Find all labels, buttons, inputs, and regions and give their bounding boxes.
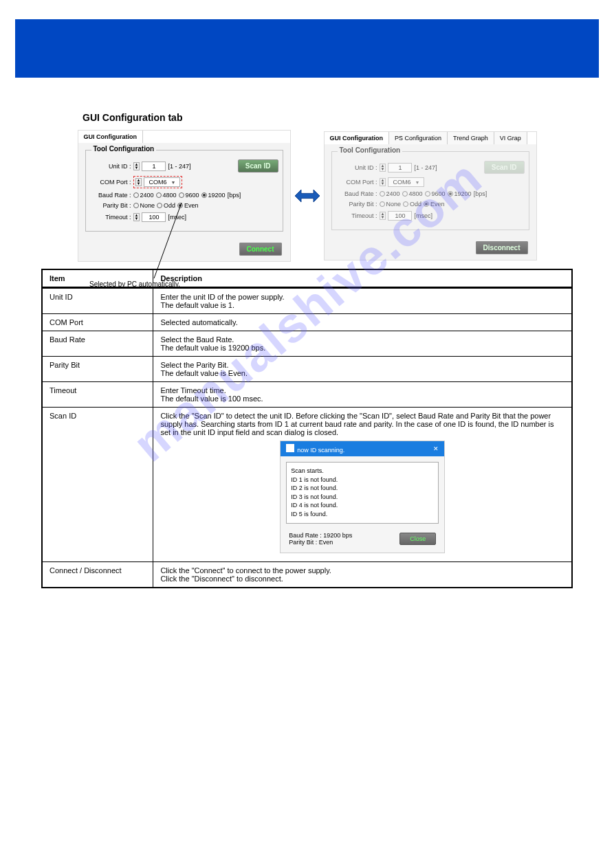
header-bar [15, 19, 599, 78]
baud-4800-radio[interactable]: 4800 [156, 192, 177, 199]
scan-dialog-title: now ID scanning. [297, 447, 344, 454]
table-row: Baud RateSelect the Baud Rate. The defau… [42, 331, 572, 357]
parity-label: Parity Bit : [90, 202, 131, 209]
baud-option-label: 9600 [432, 190, 446, 197]
parity-even-radio[interactable]: Even [177, 202, 199, 209]
tab-ps-configuration[interactable]: PS Configuration [389, 132, 448, 144]
table-cell-desc: Enter the unit ID of the power supply. T… [153, 288, 572, 314]
timeout-label: Timeout : [90, 214, 131, 221]
baud-option-label: 2400 [386, 190, 400, 197]
baud-option-label: 4800 [409, 190, 423, 197]
annotation-com-port: Selected by PC automatically. [89, 280, 180, 288]
table-row: TimeoutEnter Timeout time. The default v… [42, 382, 572, 408]
table-cell-desc: Selected automatically. [153, 314, 572, 331]
baud-option-label: 2400 [140, 192, 154, 199]
baud-unit: [bps] [474, 190, 487, 197]
section-heading: GUI Configuration tab [83, 112, 573, 123]
table-cell-item: Scan ID [42, 408, 153, 562]
unit-id-range: [1 - 247] [168, 163, 190, 170]
unit-id-range: [1 - 247] [414, 164, 437, 171]
timeout-unit: [msec] [414, 212, 432, 219]
table-row: Scan IDClick the "Scan ID" to detect the… [42, 408, 572, 562]
baud-2400-radio[interactable]: 2400 [133, 192, 154, 199]
timeout-unit: [msec] [168, 214, 186, 221]
baud-2400-radio: 2400 [380, 190, 400, 197]
parity-label: Parity Bit : [336, 201, 377, 208]
group-title: Tool Configuration [338, 146, 403, 154]
scan-baud-unit: bps [342, 532, 353, 539]
com-port-value: COM6 [393, 179, 410, 186]
scan-parity-label: Parity Bit : [289, 539, 317, 546]
scan-id-button[interactable]: Scan ID [238, 159, 278, 173]
scan-baud-label: Baud Rate : [289, 532, 322, 539]
group-title: Tool Configuration [91, 145, 157, 153]
close-button[interactable]: Close [399, 533, 436, 545]
table-cell-item: Unit ID [42, 288, 153, 314]
table-header-desc: Description [153, 269, 572, 288]
table-row: COM PortSelected automatically. [42, 314, 572, 331]
baud-unit: [bps] [228, 192, 241, 199]
app-icon [286, 444, 294, 452]
baud-option-label: 19200 [208, 192, 226, 199]
close-icon[interactable]: ✕ [433, 445, 439, 452]
table-row: Connect / DisconnectClick the "Connect" … [42, 561, 572, 588]
tab-gui-configuration[interactable]: GUI Configuration [325, 132, 390, 144]
chevron-down-icon: ▼ [415, 180, 419, 185]
com-port-select[interactable]: COM6▼ [144, 177, 180, 187]
table-cell-desc: Select the Parity Bit. The default value… [153, 357, 572, 382]
baud-9600-radio: 9600 [425, 190, 446, 197]
table-cell-item: Timeout [42, 382, 153, 408]
parity-none-radio[interactable]: None [133, 202, 155, 209]
com-port-select: COM6▼ [388, 177, 424, 187]
table-cell-desc: Select the Baud Rate. The default value … [153, 331, 572, 357]
table-row: Unit IDEnter the unit ID of the power su… [42, 288, 572, 314]
baud-9600-radio[interactable]: 9600 [179, 192, 199, 199]
scan-dialog-titlebar: now ID scanning.✕ [281, 441, 444, 456]
unit-id-label: Unit ID : [90, 163, 131, 170]
parity-option-label: Even [184, 202, 199, 209]
baud-option-label: 9600 [186, 192, 199, 199]
scan-parity-value: Even [319, 539, 333, 546]
unit-id-field: 1 [388, 163, 412, 173]
parity-none-radio: None [380, 201, 402, 208]
table-cell-item: Parity Bit [42, 357, 153, 382]
scan-id-button: Scan ID [484, 161, 525, 174]
table-cell-desc: Click the "Connect" to connect to the po… [153, 561, 572, 588]
unit-id-label: Unit ID : [336, 164, 377, 171]
table-row: Parity BitSelect the Parity Bit. The def… [42, 357, 572, 382]
disconnect-button[interactable]: Disconnect [476, 241, 528, 254]
scan-log-box: Scan starts.ID 1 is not found.ID 2 is no… [286, 462, 439, 524]
panels-container: GUI Configuration Tool Configuration Uni… [41, 130, 573, 262]
com-port-value: COM6 [149, 179, 166, 186]
com-port-spinner: ▲▼ [380, 178, 386, 186]
scan-baud-value: 19200 [323, 532, 340, 539]
unit-id-spinner: ▲▼ [380, 164, 386, 172]
unit-id-spinner[interactable]: ▲▼ [133, 162, 140, 170]
connect-button[interactable]: Connect [239, 243, 282, 256]
timeout-field: 100 [388, 211, 412, 221]
baud-option-label: 19200 [454, 190, 472, 197]
table-cell-item: Connect / Disconnect [42, 561, 153, 588]
baud-option-label: 4800 [163, 192, 177, 199]
table-cell-desc: Enter Timeout time. The default value is… [153, 382, 572, 408]
tab-trend-graph[interactable]: Trend Graph [448, 132, 494, 144]
tab-gui-configuration[interactable]: GUI Configuration [78, 131, 144, 143]
unit-id-field[interactable]: 1 [142, 162, 166, 171]
timeout-spinner[interactable]: ▲▼ [133, 213, 140, 221]
timeout-field[interactable]: 100 [142, 212, 166, 222]
scan-dialog: now ID scanning.✕Scan starts.ID 1 is not… [280, 441, 445, 553]
parity-even-radio: Even [424, 201, 445, 208]
baud-19200-radio: 19200 [448, 190, 472, 197]
timeout-label: Timeout : [336, 212, 377, 219]
description-table: Item Description Unit IDEnter the unit I… [41, 269, 573, 588]
com-port-label: COM Port : [336, 179, 377, 186]
parity-odd-radio[interactable]: Odd [157, 202, 175, 209]
baud-label: Baud Rate : [90, 192, 131, 199]
tab-vi-graph[interactable]: VI Grap [494, 132, 527, 144]
baud-19200-radio[interactable]: 19200 [201, 192, 226, 199]
table-cell-item: COM Port [42, 314, 153, 331]
com-port-spinner[interactable]: ▲▼ [135, 178, 142, 186]
parity-option-label: None [140, 202, 155, 209]
table-cell-item: Baud Rate [42, 331, 153, 357]
timeout-spinner: ▲▼ [380, 212, 386, 220]
